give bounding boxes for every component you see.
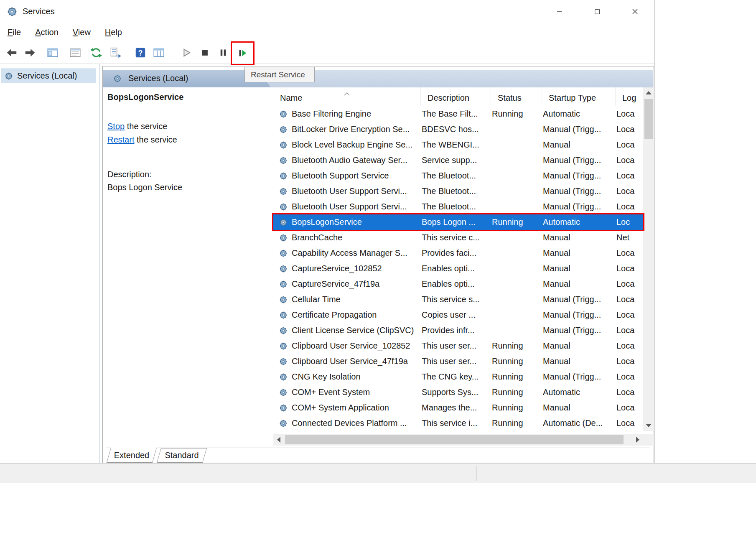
service-gear-icon <box>278 155 288 166</box>
services-gear-icon <box>4 71 14 81</box>
table-row[interactable]: CaptureService_47f19aEnables opti...Manu… <box>273 276 643 292</box>
table-row[interactable]: Bluetooth User Support Servi...The Bluet… <box>273 199 643 214</box>
table-row[interactable]: Bluetooth Support ServiceThe Bluetoot...… <box>273 168 643 183</box>
menu-help[interactable]: Help <box>98 24 129 41</box>
column-header-name[interactable]: Name <box>273 87 421 106</box>
column-header-startup-type[interactable]: Startup Type <box>542 87 616 106</box>
table-row[interactable]: BitLocker Drive Encryption Se...BDESVC h… <box>273 122 643 137</box>
table-row[interactable]: Bluetooth Audio Gateway Ser...Service su… <box>273 153 643 168</box>
svg-text:?: ? <box>138 49 143 57</box>
table-row[interactable]: Clipboard User Service_47f19aThis user s… <box>273 354 643 369</box>
restart-service-tooltip: Restart Service <box>244 67 315 82</box>
vertical-scroll-thumb[interactable] <box>644 99 653 139</box>
back-button[interactable] <box>3 43 21 62</box>
view-columns-button[interactable] <box>150 43 168 62</box>
vertical-scrollbar[interactable] <box>643 87 654 431</box>
content-area: Services (Local) Services (Local) <box>0 64 655 463</box>
pause-service-button[interactable] <box>214 43 232 62</box>
service-gear-icon <box>278 248 288 258</box>
table-header: NameDescriptionStatusStartup TypeLog <box>273 87 643 106</box>
restart-service-link[interactable]: Restart <box>107 135 134 144</box>
service-gear-icon <box>278 372 288 382</box>
minimize-icon <box>556 8 563 15</box>
maximize-button[interactable] <box>585 0 609 23</box>
service-gear-icon <box>278 140 288 150</box>
help-button[interactable]: ? <box>131 43 150 62</box>
service-gear-icon <box>278 357 288 367</box>
table-row[interactable]: Client License Service (ClipSVC)Provides… <box>273 323 643 338</box>
table-row[interactable]: CaptureService_102852Enables opti...Manu… <box>273 261 643 276</box>
stop-service-link[interactable]: Stop <box>107 122 125 131</box>
tab-extended[interactable]: Extended <box>109 448 155 463</box>
table-row[interactable]: COM+ System ApplicationManages the...Run… <box>273 400 643 415</box>
start-service-button[interactable] <box>177 43 196 62</box>
menu-action[interactable]: Action <box>28 24 65 41</box>
forward-button[interactable] <box>21 43 39 62</box>
table-row[interactable]: BranchCacheThis service c...ManualNet <box>273 230 643 245</box>
view-tabs: ExtendedStandard <box>106 448 650 463</box>
table-row[interactable]: Certificate PropagationCopies user ...Ma… <box>273 307 643 323</box>
services-pane: Services (Local) BopsLogonService Stop t… <box>102 66 654 463</box>
description-text: Bops Logon Service <box>107 183 271 192</box>
show-console-tree-button[interactable] <box>43 43 62 62</box>
stop-service-icon <box>199 46 211 59</box>
minimize-button[interactable] <box>547 0 572 23</box>
title-bar: Services <box>0 0 654 23</box>
pane-header-title: Services (Local) <box>128 74 188 83</box>
scroll-up-arrow[interactable] <box>643 87 654 98</box>
stop-service-button[interactable] <box>196 43 214 62</box>
table-row[interactable]: Capability Access Manager S...Provides f… <box>273 245 643 261</box>
column-header-description[interactable]: Description <box>421 87 491 106</box>
service-gear-icon <box>278 264 288 274</box>
table-row[interactable]: Bluetooth User Support Servi...The Bluet… <box>273 183 643 199</box>
table-row[interactable]: Cellular TimeThis service s...Manual (Tr… <box>273 292 643 307</box>
close-button[interactable] <box>623 0 647 23</box>
toolbar: ? <box>0 41 654 64</box>
screen: { "window": { "title": "Services" }, "me… <box>0 0 756 558</box>
sort-ascending-icon <box>344 88 350 98</box>
extended-detail-panel: BopsLogonService Stop the service Restar… <box>107 92 271 192</box>
scroll-down-arrow[interactable] <box>643 420 654 431</box>
window-title: Services <box>23 7 55 16</box>
help-icon: ? <box>134 46 147 59</box>
service-gear-icon <box>278 341 288 351</box>
table-row[interactable]: Base Filtering EngineThe Base Filt...Run… <box>273 106 643 122</box>
service-table-body: Base Filtering EngineThe Base Filt...Run… <box>273 106 643 431</box>
stop-service-line: Stop the service <box>107 120 271 133</box>
menu-file[interactable]: File <box>1 24 28 41</box>
horizontal-scroll-thumb[interactable] <box>285 435 624 444</box>
menu-view[interactable]: View <box>66 24 97 41</box>
export-list-button[interactable] <box>106 43 125 62</box>
table-row[interactable]: Block Level Backup Engine Se...The WBENG… <box>273 137 643 153</box>
table-row[interactable]: Clipboard User Service_102852This user s… <box>273 338 643 354</box>
properties-button[interactable] <box>66 43 84 62</box>
tree-item-services-local[interactable]: Services (Local) <box>1 69 96 83</box>
restart-service-icon <box>236 47 249 59</box>
service-gear-icon <box>278 125 288 135</box>
status-bar-divider <box>582 466 582 481</box>
service-gear-icon <box>278 279 288 289</box>
refresh-button[interactable] <box>87 43 105 62</box>
scroll-left-arrow[interactable] <box>273 434 284 446</box>
tab-standard[interactable]: Standard <box>159 448 205 463</box>
service-gear-icon <box>278 202 288 212</box>
refresh-icon <box>90 46 102 59</box>
service-gear-icon <box>278 295 288 305</box>
close-icon <box>631 8 639 15</box>
forward-arrow-icon <box>24 46 36 59</box>
table-row[interactable]: CNG Key IsolationThe CNG key...RunningMa… <box>273 369 643 385</box>
service-gear-icon <box>278 310 288 320</box>
scroll-right-arrow[interactable] <box>632 434 643 446</box>
restart-service-button[interactable] <box>233 44 252 62</box>
services-gear-icon <box>112 74 122 84</box>
table-row-selected[interactable]: BopsLogonServiceBops Logon ...RunningAut… <box>273 214 643 230</box>
restart-service-suffix: the service <box>134 135 177 144</box>
column-header-log[interactable]: Log <box>616 87 643 106</box>
table-row[interactable]: COM+ Event SystemSupports Sys...RunningA… <box>273 385 643 400</box>
column-header-status[interactable]: Status <box>491 87 542 106</box>
horizontal-scrollbar[interactable] <box>273 434 643 446</box>
pane-header-band: Services (Local) <box>103 70 653 87</box>
view-columns-icon <box>153 46 165 59</box>
restart-highlight-box <box>231 41 255 65</box>
table-row[interactable]: Connected Devices Platform ...This servi… <box>273 415 643 431</box>
